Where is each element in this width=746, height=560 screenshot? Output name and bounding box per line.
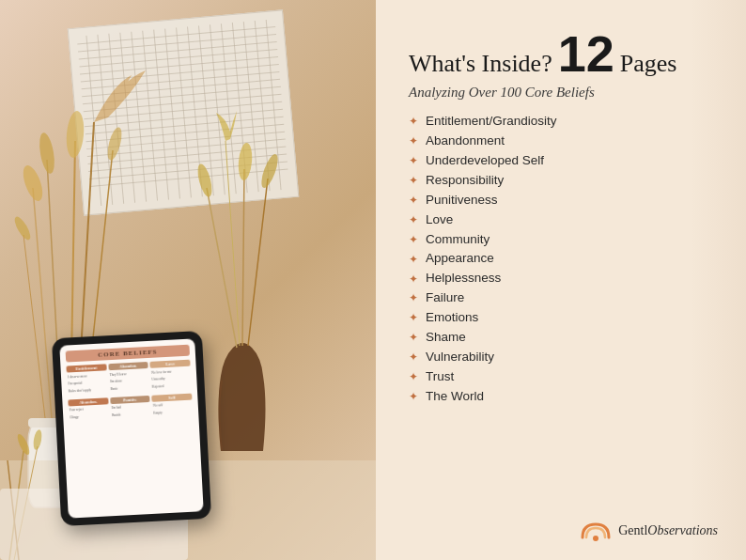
header-section: What's Inside? 12 Pages Analyzing Over 1… [409,28,718,101]
belief-item-1: ✦Abandonment [409,132,718,151]
bullet-icon: ✦ [409,251,418,269]
title-number: 12 [558,28,614,79]
bullet-icon: ✦ [409,231,418,249]
tablet-item: Fear reject [69,406,109,413]
left-panel: CORE BELIEFS Entitlement Abandon. Love I… [0,0,376,560]
belief-label: Emotions [426,308,478,328]
title-whats-inside: What's Inside? [409,49,552,78]
tablet-item: Unworthy [151,376,192,383]
tablet-item: I'm bad [110,404,150,412]
bullet-icon: ✦ [409,271,418,288]
col-header-3: Love [150,360,191,368]
belief-item-10: ✦Emotions [409,308,718,328]
belief-item-0: ✦Entitlement/Grandiosity [409,112,718,132]
brand-name-part1: Gentl [618,523,647,537]
belief-label: Responsibility [426,171,504,191]
tablet-item: I'm special [67,380,107,387]
tablet-item: Punish [111,411,151,418]
bullet-icon: ✦ [409,349,418,366]
belief-label: Vulnerability [426,348,494,367]
belief-item-9: ✦Failure [409,288,718,308]
bullet-icon: ✦ [409,211,418,229]
bullet-icon: ✦ [409,113,418,131]
belief-label: Appearance [426,249,494,269]
belief-item-2: ✦Underdeveloped Self [409,151,718,171]
brand-name-part2: Observations [647,523,718,537]
col-header-1: Entitlement [66,364,106,372]
belief-label: Helplessness [426,269,501,288]
brand-section: GentlObservations [409,521,718,541]
brand-icon [579,521,613,541]
bullet-icon: ✦ [409,309,418,327]
belief-item-11: ✦Shame [409,328,718,348]
tablet-item: Rejected [151,382,192,390]
tablet-item: No self [152,401,193,409]
tablet-content: Entitlement Abandon. Love I deserve more… [66,360,193,421]
belief-label: Community [426,230,490,250]
bullet-icon: ✦ [409,388,418,406]
map-paper [68,9,300,215]
bullet-icon: ✦ [409,329,418,347]
col-header-2: Abandon. [108,362,148,370]
belief-label: Abandonment [426,132,505,151]
belief-item-7: ✦Appearance [409,249,718,269]
brand-name: GentlObservations [618,523,718,538]
belief-label: Punitiveness [426,191,498,210]
tablet-item: Clingy [69,413,109,421]
tablet-item: Empty [152,409,193,416]
belief-item-4: ✦Punitiveness [409,191,718,210]
subtitle: Analyzing Over 100 Core Beliefs [409,85,718,101]
belief-item-13: ✦Trust [409,367,718,387]
bullet-icon: ✦ [409,289,418,307]
tablet-item: Panic [109,385,149,393]
bullet-icon: ✦ [409,172,418,190]
belief-item-12: ✦Vulnerability [409,348,718,367]
tablet-screen: CORE BELIEFS Entitlement Abandon. Love I… [59,338,203,518]
tablet-item: They'll leave [108,370,148,378]
tablet-item: I deserve more [67,372,107,380]
belief-item-8: ✦Helplessness [409,269,718,288]
tablet-item: No love for me [150,368,191,376]
col-header-6: Self [151,393,192,401]
tablet-item: I'm alone [109,378,149,385]
belief-label: The World [426,387,484,407]
bullet-icon: ✦ [409,152,418,170]
tablet-device: CORE BELIEFS Entitlement Abandon. Love I… [52,331,211,526]
beliefs-list: ✦Entitlement/Grandiosity✦Abandonment✦Und… [409,112,718,513]
right-panel: What's Inside? 12 Pages Analyzing Over 1… [376,0,746,560]
belief-label: Trust [426,367,454,387]
belief-item-3: ✦Responsibility [409,171,718,191]
belief-label: Failure [426,288,464,308]
tablet-item: Rules don't apply [68,387,108,395]
col-header-4: Abandon. [68,397,108,406]
belief-label: Love [426,210,453,230]
bullet-icon: ✦ [409,192,418,210]
col-header-5: Punitiv. [110,396,150,404]
belief-item-6: ✦Community [409,230,718,250]
svg-point-27 [593,536,598,541]
title-pages: Pages [620,50,677,78]
bullet-icon: ✦ [409,132,418,150]
belief-label: Underdeveloped Self [426,151,544,171]
belief-label: Entitlement/Grandiosity [426,112,557,132]
belief-label: Shame [426,328,466,348]
belief-item-14: ✦The World [409,387,718,407]
belief-item-5: ✦Love [409,210,718,230]
bullet-icon: ✦ [409,368,418,386]
